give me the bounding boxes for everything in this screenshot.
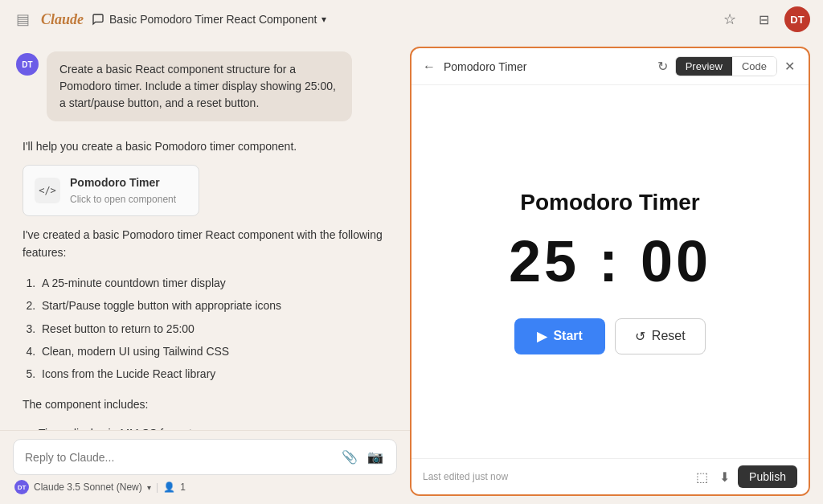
play-icon: ▶ bbox=[537, 329, 547, 344]
model-chevron: ▾ bbox=[147, 483, 151, 492]
settings-icon: ⊟ bbox=[759, 12, 769, 27]
pomodoro-timer: 25 : 00 bbox=[509, 228, 711, 294]
chat-input-area: 📎 📷 DT Claude 3.5 Sonnet (New) ▾ | 👤 bbox=[0, 430, 410, 504]
left-panel: DT Create a basic React component struct… bbox=[0, 39, 410, 504]
component-card-title: Pomodoro Timer bbox=[70, 174, 176, 191]
attach-icon: 📎 bbox=[342, 450, 358, 464]
pomodoro-title: Pomodoro Timer bbox=[520, 190, 700, 215]
app-logo: Claude bbox=[41, 11, 84, 28]
start-button[interactable]: ▶ Start bbox=[514, 318, 604, 354]
includes-item-1: Timer display in MM:SS format bbox=[39, 423, 387, 430]
camera-icon: 📷 bbox=[367, 450, 383, 464]
chat-icon bbox=[92, 13, 104, 26]
includes-list: Timer display in MM:SS format bbox=[23, 423, 387, 430]
artifact-header-icons: ↻ Preview Code ✕ bbox=[655, 56, 797, 76]
feature-item-3: Reset button to return to 25:00 bbox=[39, 318, 387, 340]
feature-item-5: Icons from the Lucide React library bbox=[39, 363, 387, 385]
includes-label: The component includes: bbox=[23, 395, 387, 413]
chat-footer: DT Claude 3.5 Sonnet (New) ▾ | 👤 1 bbox=[13, 480, 397, 494]
header-left: ▤ Claude Basic Pomodoro Timer React Comp… bbox=[13, 9, 326, 30]
star-icon: ☆ bbox=[723, 10, 736, 28]
main-layout: DT Create a basic React component struct… bbox=[0, 39, 823, 504]
person-count: 1 bbox=[180, 481, 186, 493]
artifact-header: ← Pomodoro Timer ↻ Preview Code bbox=[412, 48, 809, 85]
user-avatar-button[interactable]: DT bbox=[784, 6, 810, 32]
separator: | bbox=[156, 481, 158, 493]
preview-tab[interactable]: Preview bbox=[676, 57, 732, 76]
new-window-icon: ⬚ bbox=[696, 470, 708, 484]
chat-area: DT Create a basic React component struct… bbox=[0, 39, 410, 430]
chevron-down-icon: ▾ bbox=[321, 14, 326, 25]
footer-avatar: DT bbox=[14, 480, 29, 494]
reset-icon: ↺ bbox=[635, 329, 645, 344]
claude-description: I've created a basic Pomodoro timer Reac… bbox=[23, 226, 387, 262]
user-message-text: Create a basic React component structure… bbox=[59, 63, 336, 109]
settings-button[interactable]: ⊟ bbox=[751, 6, 776, 32]
component-card-text: Pomodoro Timer Click to open component bbox=[70, 174, 176, 207]
artifact-window: ← Pomodoro Timer ↻ Preview Code bbox=[410, 47, 810, 496]
refresh-button[interactable]: ↻ bbox=[655, 56, 670, 76]
camera-button[interactable]: 📷 bbox=[366, 448, 385, 466]
tab-group: Preview Code bbox=[675, 56, 777, 76]
conversation-title-text: Basic Pomodoro Timer React Component bbox=[109, 13, 317, 26]
code-icon: </> bbox=[35, 178, 60, 203]
reset-button[interactable]: ↺ Reset bbox=[615, 318, 706, 354]
back-icon: ← bbox=[423, 59, 436, 73]
pomodoro-buttons: ▶ Start ↺ Reset bbox=[514, 318, 705, 354]
user-avatar: DT bbox=[16, 53, 39, 76]
artifact-content: Pomodoro Timer 25 : 00 ▶ Start ↺ Reset bbox=[412, 85, 809, 458]
conversation-title[interactable]: Basic Pomodoro Timer React Component ▾ bbox=[92, 13, 326, 26]
avatar-initials: DT bbox=[790, 14, 804, 26]
footer-left: DT Claude 3.5 Sonnet (New) ▾ | 👤 1 bbox=[14, 480, 186, 494]
component-card-subtitle: Click to open component bbox=[70, 192, 176, 207]
chat-input[interactable] bbox=[25, 451, 334, 464]
attach-button[interactable]: 📎 bbox=[340, 448, 359, 466]
feature-item-4: Clean, modern UI using Tailwind CSS bbox=[39, 340, 387, 363]
feature-item-2: Start/Pause toggle button with appropria… bbox=[39, 294, 387, 317]
sidebar-toggle-button[interactable]: ▤ bbox=[13, 9, 33, 30]
user-message: DT Create a basic React component struct… bbox=[16, 51, 394, 121]
person-icon: 👤 bbox=[163, 481, 175, 493]
model-selector[interactable]: Claude 3.5 Sonnet (New) ▾ bbox=[34, 481, 151, 493]
artifact-title: Pomodoro Timer bbox=[444, 60, 647, 73]
artifact-footer: Last edited just now ⬚ ⬇ Publish bbox=[412, 458, 809, 494]
top-header: ▤ Claude Basic Pomodoro Timer React Comp… bbox=[0, 0, 823, 39]
download-button[interactable]: ⬇ bbox=[716, 466, 733, 488]
right-panel: ← Pomodoro Timer ↻ Preview Code bbox=[410, 39, 823, 504]
chat-input-box: 📎 📷 bbox=[13, 439, 397, 475]
footer-actions: ⬚ ⬇ Publish bbox=[693, 465, 797, 488]
close-button[interactable]: ✕ bbox=[782, 56, 797, 76]
features-list: A 25-minute countdown timer display Star… bbox=[23, 272, 387, 386]
claude-intro: I'll help you create a basic Pomodoro ti… bbox=[23, 137, 387, 155]
publish-button[interactable]: Publish bbox=[738, 465, 797, 488]
code-tab[interactable]: Code bbox=[732, 57, 776, 76]
last-edited: Last edited just now bbox=[423, 471, 508, 482]
download-icon: ⬇ bbox=[719, 470, 730, 484]
refresh-icon: ↻ bbox=[657, 59, 668, 73]
feature-item-1: A 25-minute countdown timer display bbox=[39, 272, 387, 294]
artifact-back-button[interactable]: ← bbox=[423, 59, 436, 74]
new-window-button[interactable]: ⬚ bbox=[693, 466, 711, 488]
star-button[interactable]: ☆ bbox=[717, 6, 743, 32]
component-card[interactable]: </> Pomodoro Timer Click to open compone… bbox=[23, 165, 199, 216]
claude-response: I'll help you create a basic Pomodoro ti… bbox=[16, 137, 394, 430]
user-bubble: Create a basic React component structure… bbox=[47, 51, 352, 121]
header-right: ☆ ⊟ DT bbox=[717, 6, 810, 32]
close-icon: ✕ bbox=[784, 59, 795, 73]
